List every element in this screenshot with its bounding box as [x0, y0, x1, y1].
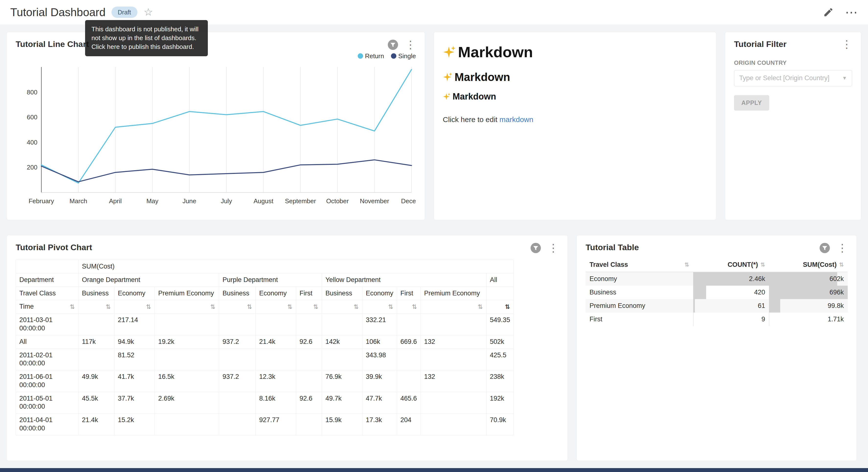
card-title-table: Tutorial Table	[586, 243, 639, 252]
sum-cell: 99.8k	[769, 299, 848, 313]
pivot-sort-cell[interactable]: ⇅	[397, 300, 421, 314]
legend-label: Single	[398, 52, 416, 60]
sort-icon[interactable]: ⇅	[478, 303, 483, 311]
pivot-col-header: Economy	[115, 287, 155, 300]
page-title: Tutorial Dashboard	[10, 6, 105, 19]
svg-text:November: November	[360, 197, 389, 205]
pivot-value-cell: 8.16k	[256, 392, 296, 414]
edit-pencil-icon[interactable]	[823, 7, 834, 18]
pivot-dept-label: Department	[16, 273, 79, 287]
pivot-value-cell: 81.52	[115, 349, 155, 370]
pivot-sort-cell[interactable]: ⇅	[486, 300, 514, 314]
chevron-down-icon: ▼	[842, 75, 847, 81]
pivot-value-cell: 39.9k	[362, 370, 397, 392]
filter-indicator-icon[interactable]	[819, 243, 830, 254]
pivot-value-cell	[397, 349, 421, 370]
pivot-sort-cell[interactable]: ⇅	[362, 300, 397, 314]
dashboard-page: Tutorial Dashboard Draft ☆ ⋯ This dashbo…	[0, 0, 868, 461]
pivot-corner-cell	[16, 260, 79, 273]
sort-icon[interactable]: ⇅	[388, 303, 394, 311]
pivot-value-cell: 15.9k	[322, 414, 362, 435]
card-title-pivot-chart: Tutorial Pivot Chart	[16, 243, 92, 252]
publish-tooltip[interactable]: This dashboard is not published, it will…	[85, 20, 208, 56]
sort-icon[interactable]: ⇅	[287, 303, 292, 311]
markdown-body-text: Click here to edit	[443, 115, 499, 123]
sort-icon[interactable]: ⇅	[353, 303, 359, 311]
travel-class-cell: Business	[586, 286, 693, 299]
markdown-edit-link[interactable]: markdown	[499, 115, 533, 123]
sort-icon[interactable]: ⇅	[247, 303, 252, 311]
pivot-value-cell	[219, 349, 256, 370]
line-chart-kebab-menu-icon[interactable]: ⋮	[405, 40, 416, 50]
markdown-body: Click here to edit markdown	[443, 115, 707, 124]
pivot-value-cell	[155, 349, 219, 370]
apply-button[interactable]: APPLY	[734, 95, 769, 111]
pivot-value-cell	[397, 314, 421, 335]
pivot-chart-card: Tutorial Pivot Chart ⋮ SUM(Cost)Departme…	[7, 235, 568, 461]
pivot-sort-cell[interactable]: ⇅	[115, 300, 155, 314]
table-kebab-menu-icon[interactable]: ⋮	[837, 243, 848, 253]
pivot-kebab-menu-icon[interactable]: ⋮	[548, 243, 559, 253]
pivot-value-cell: 937.2	[219, 370, 256, 392]
column-header-travel-class[interactable]: Travel Class⇅	[586, 258, 693, 272]
pivot-value-cell: 142k	[322, 335, 362, 349]
sort-icon[interactable]: ⇅	[684, 261, 689, 268]
pivot-sort-cell[interactable]: ⇅	[421, 300, 486, 314]
chart-legend: ReturnSingle	[16, 52, 416, 60]
pivot-time-header[interactable]: Time⇅	[16, 300, 79, 314]
pivot-value-cell	[421, 392, 486, 414]
sort-icon[interactable]: ⇅	[761, 261, 765, 268]
sort-icon[interactable]: ⇅	[210, 303, 215, 311]
pivot-value-cell: 132	[421, 335, 486, 349]
sort-icon[interactable]: ⇅	[70, 303, 75, 311]
pivot-value-cell: 12.3k	[256, 370, 296, 392]
sort-icon[interactable]: ⇅	[313, 303, 318, 311]
origin-country-label: ORIGIN COUNTRY	[734, 59, 852, 66]
pivot-value-cell: 19.2k	[155, 335, 219, 349]
filter-card: Tutorial Filter ⋮ ORIGIN COUNTRY Type or…	[725, 32, 861, 220]
pivot-value-cell	[256, 349, 296, 370]
value-bar	[693, 313, 693, 326]
sort-icon[interactable]: ⇅	[105, 303, 111, 311]
legend-item-return[interactable]: Return	[358, 52, 384, 60]
pivot-table-grid: SUM(Cost)DepartmentOrange DepartmentPurp…	[16, 260, 514, 435]
pivot-sort-cell[interactable]: ⇅	[296, 300, 322, 314]
filter-card-kebab-menu-icon[interactable]: ⋮	[841, 39, 852, 49]
pivot-value-cell: 217.14	[115, 314, 155, 335]
pivot-sort-cell[interactable]: ⇅	[155, 300, 219, 314]
table-row: Business420696k	[586, 286, 848, 299]
pivot-value-cell: 425.5	[486, 349, 514, 370]
pivot-value-cell: 37.7k	[115, 392, 155, 414]
header-more-menu-icon[interactable]: ⋯	[845, 9, 858, 16]
pivot-sort-cell[interactable]: ⇅	[79, 300, 115, 314]
origin-country-select[interactable]: Type or Select [Origin Country] ▼	[734, 70, 852, 86]
draft-badge[interactable]: Draft	[112, 7, 137, 18]
sort-icon[interactable]: ⇅	[412, 303, 417, 311]
pivot-row: 2011-03-01 00:00:00217.14332.21549.35	[16, 314, 514, 335]
column-header-sum-cost[interactable]: SUM(Cost)⇅	[769, 258, 848, 272]
favorite-star-icon[interactable]: ☆	[144, 7, 153, 18]
sort-icon[interactable]: ⇅	[146, 303, 151, 311]
markdown-card: Markdown Markdown Markdown Click here to…	[434, 32, 716, 220]
pivot-value-cell	[296, 349, 322, 370]
table-row: First91.71k	[586, 313, 848, 326]
pivot-sort-cell[interactable]: ⇅	[219, 300, 256, 314]
sort-icon[interactable]: ⇅	[505, 303, 510, 311]
legend-item-single[interactable]: Single	[391, 52, 416, 60]
pivot-sort-cell[interactable]: ⇅	[322, 300, 362, 314]
legend-label: Return	[365, 52, 384, 60]
pivot-value-cell	[219, 414, 256, 435]
pivot-value-cell: 92.6	[296, 335, 322, 349]
markdown-heading-text: Markdown	[458, 43, 533, 61]
filter-indicator-icon[interactable]	[530, 243, 541, 254]
svg-text:October: October	[326, 197, 349, 205]
pivot-sort-cell[interactable]: ⇅	[256, 300, 296, 314]
pivot-group-header: All	[486, 273, 514, 287]
column-header-count[interactable]: COUNT(*)⇅	[693, 258, 769, 272]
line-chart-card: Tutorial Line Chart ⋮ ReturnSingle 20040…	[7, 32, 425, 220]
filter-indicator-icon[interactable]	[388, 39, 398, 50]
pivot-value-cell: 549.35	[486, 314, 514, 335]
sort-icon[interactable]: ⇅	[839, 261, 844, 268]
pivot-value-cell	[421, 349, 486, 370]
sum-cell: 696k	[769, 286, 848, 299]
